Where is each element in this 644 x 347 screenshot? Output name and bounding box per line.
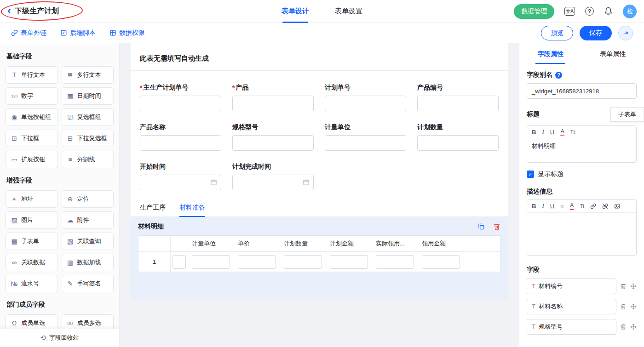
share-button[interactable] xyxy=(618,26,633,40)
widget-type-chip[interactable]: 子表单 xyxy=(610,107,644,122)
notification-button[interactable] xyxy=(604,7,613,16)
insert-image-icon[interactable] xyxy=(614,203,620,209)
field-plan-no[interactable]: 计划单号 xyxy=(325,84,406,111)
field-spec-model[interactable]: 规格型号 xyxy=(232,123,314,151)
font-size-icon[interactable]: Tt xyxy=(580,203,584,209)
cell-input-unit[interactable] xyxy=(192,255,230,269)
text-input[interactable] xyxy=(232,135,314,151)
help-button[interactable]: ? xyxy=(585,7,594,16)
translate-button[interactable]: 文A xyxy=(564,7,575,16)
data-permission-link[interactable]: 数据权限 xyxy=(109,29,145,37)
sidebar-item-subform[interactable]: ▤ 子表单 xyxy=(6,233,58,250)
text-input[interactable] xyxy=(325,96,406,111)
title-editor-content[interactable]: 材料明细 xyxy=(527,138,636,162)
tab-form-design[interactable]: 表单设计 xyxy=(282,0,309,23)
sidebar-item-dropdown[interactable]: ⊡ 下拉框 xyxy=(6,130,58,147)
description-editor-content[interactable] xyxy=(527,213,636,255)
tab-production-process[interactable]: 生产工序 xyxy=(140,199,166,216)
field-move-icon[interactable] xyxy=(630,303,637,310)
cell-input-plan-amount[interactable] xyxy=(330,255,368,269)
date-input[interactable] xyxy=(140,175,221,190)
cell-input-clipped[interactable] xyxy=(172,255,186,269)
align-icon[interactable]: ≡ xyxy=(560,203,564,210)
copy-icon[interactable] xyxy=(477,223,485,230)
sidebar-item-attachment[interactable]: ☁ 附件 xyxy=(62,211,114,229)
field-recycle-bin[interactable]: ⟲ 字段回收站 xyxy=(0,329,119,347)
sidebar-item-linked-data[interactable]: ∞ 关联数据 xyxy=(6,254,58,271)
italic-icon[interactable]: I xyxy=(542,128,544,136)
sidebar-item-radio-group[interactable]: ◉ 单选按钮组 xyxy=(6,108,58,126)
show-title-checkbox[interactable]: ✓ xyxy=(527,171,534,178)
date-input[interactable] xyxy=(232,175,314,190)
field-unit[interactable]: 计量单位 xyxy=(325,123,406,151)
trash-icon[interactable] xyxy=(493,223,500,230)
text-input[interactable] xyxy=(140,135,221,151)
save-button[interactable]: 保存 xyxy=(580,26,612,40)
field-plan-finish-time[interactable]: 计划完成时间 xyxy=(232,163,314,190)
italic-icon[interactable]: I xyxy=(542,202,544,210)
sidebar-item-data-load[interactable]: ▥ 数据加载 xyxy=(62,254,114,271)
field-main-production-plan-no[interactable]: *主生产计划单号 xyxy=(140,84,221,111)
field-delete-icon[interactable] xyxy=(620,324,627,330)
field-delete-icon[interactable] xyxy=(620,303,627,310)
cell-input-used-amount[interactable] xyxy=(422,255,460,269)
tab-form-properties[interactable]: 表单属性 xyxy=(582,43,644,64)
underline-icon[interactable]: U xyxy=(550,203,554,210)
sidebar-item-single-line-text[interactable]: T 单行文本 xyxy=(6,66,58,84)
bold-icon[interactable]: B xyxy=(532,129,536,136)
back-icon[interactable]: ‹ xyxy=(7,5,11,16)
tab-material-preparation[interactable]: 材料准备 xyxy=(179,199,205,216)
panel-field-spec-model[interactable]: T 规格型号 xyxy=(527,319,616,335)
data-manage-button[interactable]: 数据管理 xyxy=(514,4,554,19)
sidebar-item-extend-button[interactable]: ▭ 扩展按钮 xyxy=(6,151,58,168)
cell-input-actual-used[interactable] xyxy=(376,255,414,269)
field-product[interactable]: *产品 xyxy=(232,84,314,111)
sidebar-item-serial-number[interactable]: № 流水号 xyxy=(6,275,58,292)
cell-input-plan-qty[interactable] xyxy=(284,255,322,269)
preview-button[interactable]: 预览 xyxy=(541,26,573,40)
sidebar-item-location[interactable]: ⊕ 定位 xyxy=(62,190,114,208)
avatar[interactable]: 检 xyxy=(623,5,637,18)
bold-icon[interactable]: B xyxy=(532,203,536,210)
backend-script-link[interactable]: 后端脚本 xyxy=(60,29,96,37)
sidebar-item-divider[interactable]: ≡ 分割线 xyxy=(62,151,114,168)
field-alias-label: 字段别名 xyxy=(527,71,552,79)
font-color-icon[interactable]: A xyxy=(560,128,564,136)
text-input[interactable] xyxy=(140,96,221,111)
sidebar-item-address[interactable]: ⌖ 地址 xyxy=(6,190,58,208)
field-product-code[interactable]: 产品编号 xyxy=(417,84,499,111)
sidebar-item-handwritten-signature[interactable]: ✎ 手写签名 xyxy=(62,275,114,292)
sidebar-item-checkbox-group[interactable]: ☑ 复选框组 xyxy=(62,108,114,126)
remove-link-icon[interactable] xyxy=(602,203,608,209)
field-start-time[interactable]: 开始时间 xyxy=(140,163,221,190)
text-input[interactable] xyxy=(417,135,499,151)
tab-form-settings[interactable]: 表单设置 xyxy=(335,0,362,23)
sidebar-item-image[interactable]: ▨ 图片 xyxy=(6,211,58,229)
form-external-link[interactable]: 表单外链 xyxy=(11,29,46,37)
field-delete-icon[interactable] xyxy=(620,283,627,290)
text-input[interactable] xyxy=(325,135,406,151)
alias-help-icon[interactable]: ? xyxy=(555,72,562,79)
field-move-icon[interactable] xyxy=(630,324,637,330)
sidebar-item-dropdown-multi[interactable]: ⊟ 下拉复选框 xyxy=(62,130,114,147)
sidebar-item-lookup-query[interactable]: ▧ 关联查询 xyxy=(62,233,114,250)
show-title-row[interactable]: ✓ 显示标题 xyxy=(527,170,637,178)
text-input[interactable] xyxy=(417,96,499,111)
sidebar-item-multi-line-text[interactable]: ≣ 多行文本 xyxy=(62,66,114,84)
panel-field-material-name[interactable]: T 材料名称 xyxy=(527,299,616,314)
sidebar-item-datetime[interactable]: ▦ 日期时间 xyxy=(62,87,114,105)
cell-input-unit-price[interactable] xyxy=(238,255,276,269)
insert-link-icon[interactable] xyxy=(590,203,596,209)
underline-icon[interactable]: U xyxy=(550,129,554,136)
sidebar-item-number[interactable]: 123 数字 xyxy=(6,87,58,105)
field-plan-qty[interactable]: 计划数量 xyxy=(417,123,499,151)
font-size-icon[interactable]: Tt xyxy=(570,129,575,135)
field-alias-input[interactable]: _widget_1668582312918 xyxy=(527,83,637,99)
field-product-name[interactable]: 产品名称 xyxy=(140,123,221,151)
font-color-icon[interactable]: A xyxy=(570,202,574,210)
panel-field-material-code[interactable]: T 材料编号 xyxy=(527,279,616,294)
field-move-icon[interactable] xyxy=(630,283,637,290)
text-input[interactable] xyxy=(232,96,314,111)
subform-material-detail[interactable]: 材料明细 xyxy=(131,217,508,299)
tab-field-properties[interactable]: 字段属性 xyxy=(519,43,582,64)
